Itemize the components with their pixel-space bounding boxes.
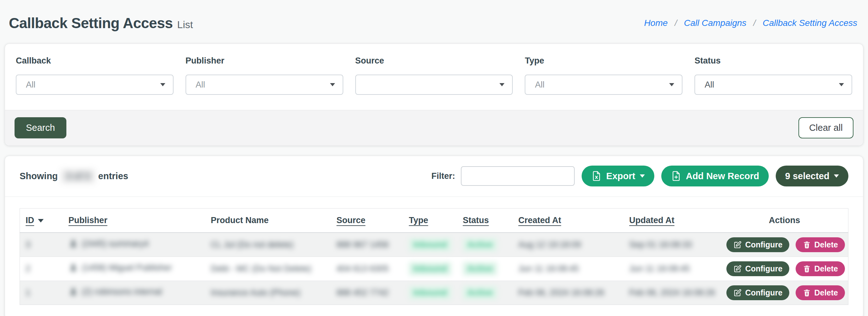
cell-publisher: (2445) summary4 <box>63 232 205 257</box>
add-new-record-label: Add New Record <box>686 171 759 181</box>
selected-dropdown-button[interactable]: 9 selected <box>776 166 848 186</box>
toolbar-actions: Filter: Export Add New Record 9 selected <box>431 166 848 186</box>
chevron-down-icon <box>160 83 165 86</box>
person-icon <box>69 263 78 273</box>
page-title: Callback Setting AccessList <box>9 14 193 32</box>
table-row: 1 (2) robinsons internal Insurance Auto … <box>20 281 848 305</box>
cell-type: Inbound <box>403 232 457 257</box>
chevron-down-icon <box>499 83 504 86</box>
cell-created-at: Aug 12 19:18:09 <box>513 232 624 257</box>
cell-source: 888 452 7742 <box>331 281 403 305</box>
records-table: ID Publisher Product Name Source Type St… <box>20 208 848 305</box>
delete-button[interactable]: Delete <box>796 237 845 252</box>
status-filter-value: All <box>705 80 714 90</box>
sort-desc-icon <box>38 219 43 222</box>
cell-updated-at: Sep 01 16:08:33 <box>624 232 721 257</box>
source-filter-select[interactable] <box>355 74 513 95</box>
chevron-down-icon <box>669 83 674 86</box>
column-header-publisher[interactable]: Publisher <box>63 209 205 233</box>
edit-pencil-icon <box>733 241 742 249</box>
cell-product-name: Debt - MC (Do Not Delete) <box>205 257 331 281</box>
delete-button[interactable]: Delete <box>796 285 845 300</box>
filter-label-source: Source <box>355 56 513 66</box>
filter-footer: Search Clear all <box>5 110 863 145</box>
selected-count-label: 9 selected <box>785 171 830 181</box>
column-header-type[interactable]: Type <box>403 209 457 233</box>
column-header-id[interactable]: ID <box>20 209 63 233</box>
cell-actions: Configure Delete <box>721 257 848 281</box>
publisher-filter-value: All <box>196 80 205 90</box>
filter-group-callback: Callback All <box>16 56 174 95</box>
chevron-down-icon <box>640 175 645 178</box>
cell-id: 3 <box>20 232 63 257</box>
file-plus-icon <box>671 171 682 181</box>
cell-publisher: (1458) Miguel Publisher <box>63 257 205 281</box>
column-header-actions: Actions <box>721 209 848 233</box>
records-table-wrap: ID Publisher Product Name Source Type St… <box>20 208 848 305</box>
table-filter-input[interactable] <box>461 166 575 186</box>
filter-label-callback: Callback <box>16 56 174 66</box>
search-button[interactable]: Search <box>14 117 66 138</box>
chevron-down-icon <box>330 83 335 86</box>
chevron-down-icon <box>834 175 839 178</box>
filter-row: Callback All Publisher All Source Type A… <box>5 44 863 110</box>
cell-created-at: Feb 06, 2024 16:08:26 <box>513 281 624 305</box>
page-header: Callback Setting AccessList Home / Call … <box>0 0 868 43</box>
table-body: 3 (2445) summary4 CL Jul (Do not delete)… <box>20 232 848 305</box>
callback-filter-value: All <box>26 80 35 90</box>
entries-count-blurred: 3 of 3 <box>61 169 95 183</box>
cell-id: 1 <box>20 281 63 305</box>
edit-pencil-icon <box>733 264 742 273</box>
filter-label-publisher: Publisher <box>186 56 343 66</box>
breadcrumb: Home / Call Campaigns / Callback Setting… <box>644 18 857 28</box>
cell-status: Active <box>457 281 513 305</box>
delete-button[interactable]: Delete <box>796 261 845 276</box>
configure-button[interactable]: Configure <box>726 237 789 252</box>
page-subtitle: List <box>177 19 193 30</box>
entries-summary-prefix: Showing <box>20 171 58 181</box>
breadcrumb-separator: / <box>753 18 756 28</box>
edit-pencil-icon <box>733 288 742 297</box>
table-filter-label: Filter: <box>431 171 455 181</box>
cell-actions: Configure Delete <box>721 281 848 305</box>
table-row: 2 (1458) Miguel Publisher Debt - MC (Do … <box>20 257 848 281</box>
person-icon <box>69 287 78 296</box>
filter-label-type: Type <box>525 56 682 66</box>
cell-updated-at: Feb 06, 2024 16:08:26 <box>624 281 721 305</box>
column-header-created-at[interactable]: Created At <box>513 209 624 233</box>
configure-button[interactable]: Configure <box>726 285 789 300</box>
breadcrumb-home-link[interactable]: Home <box>644 18 668 28</box>
filter-label-status: Status <box>694 56 852 66</box>
export-button-label: Export <box>606 171 636 181</box>
export-button[interactable]: Export <box>582 166 654 186</box>
export-excel-file-icon <box>591 171 602 181</box>
configure-button[interactable]: Configure <box>726 261 789 276</box>
breadcrumb-current-link[interactable]: Callback Setting Access <box>763 18 857 28</box>
cell-created-at: Jun 11 16:08:45 <box>513 257 624 281</box>
cell-product-name: CL Jul (Do not delete) <box>205 232 331 257</box>
trash-icon <box>803 288 811 297</box>
cell-type: Inbound <box>403 281 457 305</box>
column-header-source[interactable]: Source <box>331 209 403 233</box>
breadcrumb-call-campaigns-link[interactable]: Call Campaigns <box>684 18 747 28</box>
cell-status: Active <box>457 232 513 257</box>
cell-id: 2 <box>20 257 63 281</box>
type-filter-value: All <box>535 80 544 90</box>
add-new-record-button[interactable]: Add New Record <box>661 166 769 186</box>
column-header-updated-at[interactable]: Updated At <box>624 209 721 233</box>
cell-type: Inbound <box>403 257 457 281</box>
type-filter-select[interactable]: All <box>525 74 682 95</box>
breadcrumb-separator: / <box>675 18 677 28</box>
status-filter-select[interactable]: All <box>694 74 852 95</box>
table-panel: Showing 3 of 3 entries Filter: Export Ad… <box>5 156 863 316</box>
filter-group-status: Status All <box>694 56 852 95</box>
person-icon <box>69 239 78 248</box>
page-title-text: Callback Setting Access <box>9 15 173 31</box>
cell-source: 404 613 6305 <box>331 257 403 281</box>
column-header-status[interactable]: Status <box>457 209 513 233</box>
publisher-filter-select[interactable]: All <box>186 74 343 95</box>
callback-filter-select[interactable]: All <box>16 74 174 95</box>
entries-summary-suffix: entries <box>98 171 128 181</box>
cell-product-name: Insurance Auto (Phone) <box>205 281 331 305</box>
clear-all-button[interactable]: Clear all <box>799 117 854 138</box>
